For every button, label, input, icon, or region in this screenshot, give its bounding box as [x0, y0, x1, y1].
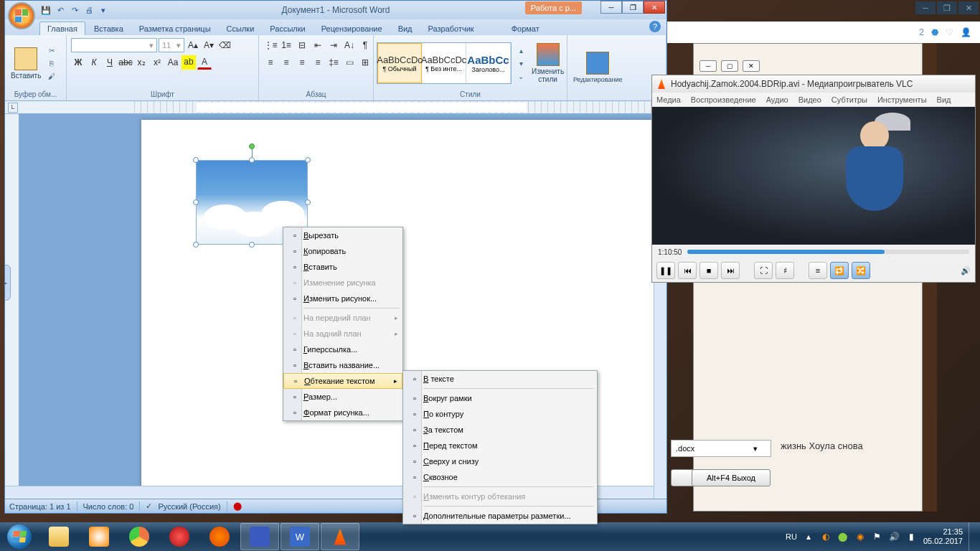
- underline-button[interactable]: Ч: [103, 55, 117, 70]
- taskbar-mediaplayer[interactable]: [80, 523, 118, 550]
- tab-mailings[interactable]: Рассылки: [263, 22, 312, 35]
- ctx-picture-item-0[interactable]: ▫Вырезать: [283, 227, 402, 243]
- tab-home[interactable]: Главная: [39, 22, 85, 35]
- playlist-button[interactable]: ≡: [809, 262, 827, 279]
- print-preview-icon[interactable]: 🖨: [83, 4, 95, 17]
- tray-app-icon[interactable]: ◉: [854, 531, 866, 542]
- ctx-picture-item-12[interactable]: ▫Формат рисунка...: [283, 405, 402, 420]
- file-type-combo[interactable]: .docx ▾: [671, 440, 771, 457]
- horizontal-ruler[interactable]: L: [5, 101, 666, 114]
- styles-gallery[interactable]: AaBbCcDc¶ Обычный AaBbCcDc¶ Без инте... …: [377, 42, 512, 84]
- tab-view[interactable]: Вид: [391, 22, 420, 35]
- tab-insert[interactable]: Вставка: [87, 22, 131, 35]
- volume-icon[interactable]: 🔊: [961, 266, 971, 276]
- fullscreen-button[interactable]: ⛶: [754, 262, 773, 279]
- dialog-maximize-button[interactable]: ▢: [721, 60, 738, 72]
- align-left-icon[interactable]: ≡: [263, 55, 278, 70]
- taskbar-word[interactable]: W: [281, 523, 319, 550]
- help-icon[interactable]: ?: [649, 21, 661, 32]
- resize-handle-tr[interactable]: [305, 157, 311, 163]
- ctx-wrap-item-5[interactable]: ▫Перед текстом: [403, 438, 597, 453]
- dialog-close-button[interactable]: ✕: [743, 60, 760, 72]
- change-styles-button[interactable]: Изменить стили: [529, 42, 567, 85]
- redo-icon[interactable]: ↷: [68, 4, 81, 17]
- tray-language[interactable]: RU: [786, 532, 797, 541]
- bold-button[interactable]: Ж: [71, 55, 85, 70]
- decrease-indent-icon[interactable]: ⇤: [311, 38, 325, 52]
- tab-selector[interactable]: L: [8, 103, 18, 113]
- align-right-icon[interactable]: ≡: [295, 55, 309, 70]
- loop-button[interactable]: 🔁: [830, 262, 849, 279]
- font-color-button[interactable]: A: [197, 55, 212, 70]
- vlc-menu-view[interactable]: Вид: [937, 95, 951, 104]
- font-name-combo[interactable]: ▾: [71, 38, 157, 52]
- browser-maximize-button[interactable]: ❐: [937, 1, 957, 14]
- word-titlebar[interactable]: 💾 ↶ ↷ 🖨 ▾ Документ1 - Microsoft Word Раб…: [5, 1, 666, 19]
- ctx-picture-item-8[interactable]: ▫Гиперссылка...: [283, 342, 402, 357]
- browser-close-button[interactable]: ✕: [958, 1, 979, 14]
- ctx-wrap-item-2[interactable]: ▫Вокруг рамки: [403, 390, 597, 406]
- ctx-wrap-item-0[interactable]: ▫В тексте: [403, 371, 597, 387]
- taskbar-explorer[interactable]: [39, 523, 78, 550]
- vlc-titlebar[interactable]: Hodyachij.Zamok.2004.BDRip.avi - Медиапр…: [652, 75, 975, 93]
- exit-button[interactable]: Alt+F4 Выход: [692, 469, 771, 486]
- maximize-button[interactable]: ❐: [622, 1, 644, 14]
- style-nospacing[interactable]: AaBbCcDc¶ Без инте...: [422, 43, 466, 83]
- line-spacing-icon[interactable]: ‡≡: [326, 55, 341, 70]
- ctx-picture-item-9[interactable]: ▫Вставить название...: [283, 357, 402, 373]
- ctx-picture-item-2[interactable]: ▫Вставить: [283, 259, 402, 275]
- taskbar-opera[interactable]: [160, 523, 199, 550]
- shrink-font-icon[interactable]: A▾: [202, 38, 216, 52]
- action-center-icon[interactable]: ⚑: [872, 531, 883, 542]
- paste-button[interactable]: Вставить: [8, 46, 44, 81]
- taskbar-vlc[interactable]: [321, 523, 359, 550]
- tab-review[interactable]: Рецензирование: [314, 22, 390, 35]
- tab-developer[interactable]: Разработчик: [421, 22, 481, 35]
- style-heading1[interactable]: AaBbCcЗаголово...: [466, 43, 511, 83]
- qat-customize-icon[interactable]: ▾: [97, 4, 110, 17]
- picture-tools-tab[interactable]: Работа с р...: [525, 1, 582, 14]
- subscript-button[interactable]: x₂: [134, 55, 149, 70]
- vlc-menu-video[interactable]: Видео: [798, 95, 821, 104]
- vlc-menu-playback[interactable]: Воспроизведение: [691, 95, 756, 104]
- italic-button[interactable]: К: [87, 55, 101, 70]
- ctx-wrap-item-7[interactable]: ▫Сквозное: [403, 469, 597, 485]
- ctx-picture-item-10[interactable]: ▫Обтекание текстом▸: [283, 373, 402, 389]
- taskbar-chrome[interactable]: [120, 523, 159, 550]
- strikethrough-button[interactable]: abc: [118, 55, 133, 70]
- highlight-color-button[interactable]: ab: [182, 55, 196, 70]
- resize-handle-b[interactable]: [249, 242, 255, 248]
- tray-app-icon[interactable]: ⬤: [837, 531, 849, 542]
- nav-pane-toggle[interactable]: ▸▸: [5, 265, 11, 301]
- sync-count[interactable]: 2: [919, 27, 924, 37]
- tray-app-icon[interactable]: ◐: [820, 531, 831, 542]
- ctx-picture-item-11[interactable]: ▫Размер...: [283, 389, 402, 405]
- vlc-menu-media[interactable]: Медиа: [656, 95, 681, 104]
- vlc-menu-subtitles[interactable]: Субтитры: [831, 95, 867, 104]
- sort-icon[interactable]: A↓: [342, 38, 357, 52]
- resize-handle-t[interactable]: [249, 157, 255, 163]
- vlc-video-area[interactable]: [652, 107, 975, 245]
- undo-icon[interactable]: ↶: [54, 4, 67, 17]
- format-painter-icon[interactable]: 🖌: [45, 70, 58, 82]
- heart-icon[interactable]: ♡: [946, 27, 953, 37]
- tab-format[interactable]: Формат: [504, 22, 547, 35]
- resize-handle-l[interactable]: [193, 199, 199, 205]
- extended-settings-button[interactable]: ♯: [776, 262, 794, 279]
- find-replace-button[interactable]: Редактирование: [570, 50, 626, 85]
- vlc-menu-audio[interactable]: Аудио: [766, 95, 788, 104]
- gallery-more-icon[interactable]: ⌄: [514, 70, 527, 82]
- bullets-icon[interactable]: ⋮≡: [263, 38, 278, 52]
- shield-icon[interactable]: ⬣: [931, 27, 938, 37]
- superscript-button[interactable]: x²: [150, 55, 164, 70]
- ctx-wrap-item-3[interactable]: ▫По контуру: [403, 406, 597, 422]
- ctx-picture-item-4[interactable]: ▫Изменить рисунок...: [283, 291, 402, 306]
- show-desktop-button[interactable]: [969, 522, 974, 551]
- borders-icon[interactable]: ⊞: [358, 55, 372, 70]
- show-marks-icon[interactable]: ¶: [358, 38, 372, 52]
- tray-clock[interactable]: 21:35 05.02.2017: [923, 527, 963, 546]
- volume-icon[interactable]: 🔊: [889, 531, 900, 542]
- resize-handle-r[interactable]: [305, 199, 311, 205]
- vlc-seek-bar[interactable]: [687, 250, 969, 254]
- pause-button[interactable]: ❚❚: [656, 262, 675, 279]
